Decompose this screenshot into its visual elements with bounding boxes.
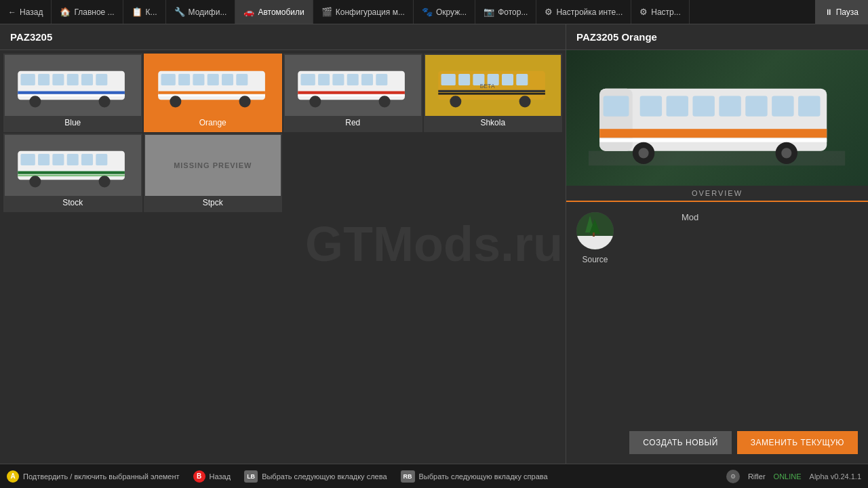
svg-rect-35: [458, 74, 470, 85]
svg-rect-59: [604, 96, 629, 117]
overview-tab[interactable]: OVERVIEW: [566, 186, 868, 202]
svg-rect-60: [640, 96, 662, 117]
svg-rect-34: [441, 74, 455, 85]
svg-rect-18: [158, 92, 265, 94]
svg-point-32: [379, 96, 391, 107]
hint-b: B Назад: [193, 470, 231, 483]
svg-rect-63: [719, 96, 741, 117]
hint-lb: LB Выбрать следующую вкладку слева: [244, 470, 387, 483]
tab-main-icon: 🏠: [60, 7, 71, 17]
tab-automobili[interactable]: 🚗 Автомобили: [235, 0, 313, 24]
bus-svg-red: [295, 61, 410, 110]
svg-rect-1: [21, 74, 35, 85]
tab-k[interactable]: 📋 К...: [123, 0, 166, 24]
svg-rect-46: [21, 154, 35, 165]
svg-rect-38: [502, 74, 513, 85]
svg-rect-13: [178, 74, 190, 85]
vehicle-card-stpck[interactable]: MISSING PREVIEW Stpck: [144, 134, 283, 212]
svg-point-54: [29, 176, 41, 187]
tab-konfig[interactable]: 🎬 Конфигурация м...: [313, 0, 414, 24]
svg-rect-12: [161, 74, 175, 85]
left-panel: PAZ3205: [0, 24, 566, 464]
hint-rb-text: Выбрать следующую вкладку справа: [419, 472, 548, 481]
svg-rect-26: [347, 74, 359, 85]
vehicle-card-orange[interactable]: Orange: [144, 54, 283, 132]
bus-preview-red: [285, 55, 421, 116]
pause-button[interactable]: ⏸ Пауза: [815, 0, 868, 24]
vehicle-grid: Blue: [0, 50, 566, 216]
bus-preview-blue: [5, 55, 141, 116]
svg-rect-61: [667, 96, 688, 117]
svg-rect-16: [222, 74, 233, 85]
svg-rect-50: [81, 154, 93, 165]
key-b: B: [193, 470, 205, 483]
svg-rect-15: [207, 74, 218, 85]
hint-a-text: Подтвердить / включить выбранный элемент: [23, 472, 180, 481]
svg-point-43: [519, 96, 530, 107]
bus-preview-shkola: БЕТА: [425, 55, 561, 116]
user-name: Rifler: [748, 472, 766, 481]
source-item: Source: [576, 212, 614, 264]
key-rb: RB: [401, 470, 415, 483]
svg-rect-51: [96, 154, 107, 165]
vehicle-label-blue: Blue: [5, 116, 141, 127]
info-section: Source Mod: [566, 202, 868, 274]
pause-icon: ⏸: [825, 7, 833, 17]
tab-foto[interactable]: 📷 Фотор...: [475, 0, 536, 24]
tab-modifi-icon: 🔧: [174, 7, 185, 17]
large-bus-svg: [589, 64, 845, 172]
svg-rect-24: [318, 74, 330, 85]
svg-point-55: [99, 176, 111, 187]
source-scene-icon: [576, 212, 614, 249]
svg-rect-74: [576, 236, 614, 249]
tab-main[interactable]: 🏠 Главное ...: [52, 0, 123, 24]
missing-preview: MISSING PREVIEW: [145, 135, 281, 196]
svg-rect-14: [193, 74, 204, 85]
tab-nastr[interactable]: ⚙ Настр...: [631, 0, 690, 24]
action-buttons: СОЗДАТЬ НОВЫЙ ЗАМЕНИТЬ ТЕКУЩУЮ: [566, 431, 868, 454]
vehicle-label-stock: Stock: [5, 196, 141, 207]
svg-rect-39: [516, 74, 528, 85]
vehicle-card-blue[interactable]: Blue: [3, 54, 142, 132]
online-status: ONLINE: [774, 472, 802, 481]
svg-point-31: [309, 96, 321, 107]
svg-rect-67: [600, 129, 827, 138]
svg-point-42: [450, 96, 461, 107]
key-lb: LB: [244, 470, 258, 483]
bottom-bar: A Подтвердить / включить выбранный элеме…: [0, 464, 868, 488]
svg-text:БЕТА: БЕТА: [479, 83, 494, 89]
vehicle-card-stock[interactable]: Stock: [3, 134, 142, 212]
tab-nastroika[interactable]: ⚙ Настройка инте...: [536, 0, 631, 24]
back-button[interactable]: ← Назад: [0, 0, 52, 24]
svg-rect-17: [236, 74, 248, 85]
svg-rect-62: [693, 96, 715, 117]
hint-a: A Подтвердить / включить выбранный элеме…: [7, 470, 180, 483]
replace-button[interactable]: ЗАМЕНИТЬ ТЕКУЩУЮ: [737, 431, 858, 454]
version-text: Alpha v0.24.1.1: [810, 472, 861, 481]
bus-svg-stock: [15, 141, 130, 190]
tab-bar: ← Назад 🏠 Главное ... 📋 К... 🔧 Модифи...…: [0, 0, 868, 24]
large-preview: [566, 50, 868, 186]
svg-rect-5: [81, 74, 93, 85]
svg-rect-2: [38, 74, 50, 85]
svg-rect-40: [438, 90, 545, 92]
create-button[interactable]: СОЗДАТЬ НОВЫЙ: [629, 431, 731, 454]
tab-modifi[interactable]: 🔧 Модифи...: [166, 0, 236, 24]
rifler-icon: ⚙: [726, 470, 740, 483]
hint-b-text: Назад: [210, 472, 231, 481]
vehicle-card-red[interactable]: Red: [283, 54, 422, 132]
svg-rect-27: [361, 74, 373, 85]
svg-point-70: [639, 148, 649, 158]
tab-nastr-icon: ⚙: [639, 7, 648, 17]
svg-rect-7: [18, 92, 125, 94]
svg-rect-52: [18, 171, 125, 174]
tab-okruzh[interactable]: 🐾 Окруж...: [414, 0, 475, 24]
svg-rect-23: [301, 74, 315, 85]
bottom-right: ⚙ Rifler ONLINE Alpha v0.24.1.1: [726, 470, 861, 483]
vehicle-card-shkola[interactable]: БЕТА Shkola: [424, 54, 563, 132]
hint-lb-text: Выбрать следующую вкладку слева: [262, 472, 387, 481]
key-a: A: [7, 470, 19, 483]
source-icon: [576, 212, 614, 249]
bus-svg-orange: [155, 61, 271, 110]
tab-foto-icon: 📷: [484, 7, 494, 17]
